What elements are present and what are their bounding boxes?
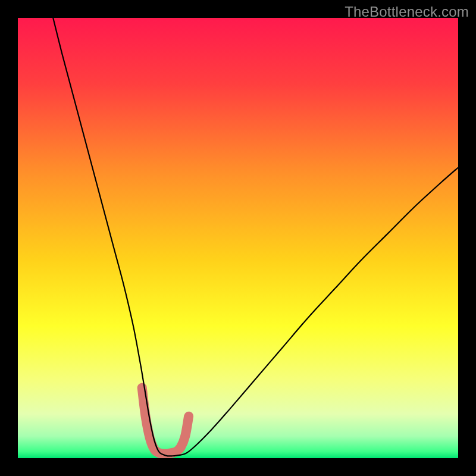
curve-layer [18, 18, 458, 458]
bottleneck-curve [53, 18, 458, 456]
chart-frame: TheBottleneck.com [0, 0, 476, 476]
highlight-band [142, 388, 189, 454]
plot-area [18, 18, 458, 458]
watermark-text: TheBottleneck.com [345, 4, 469, 20]
